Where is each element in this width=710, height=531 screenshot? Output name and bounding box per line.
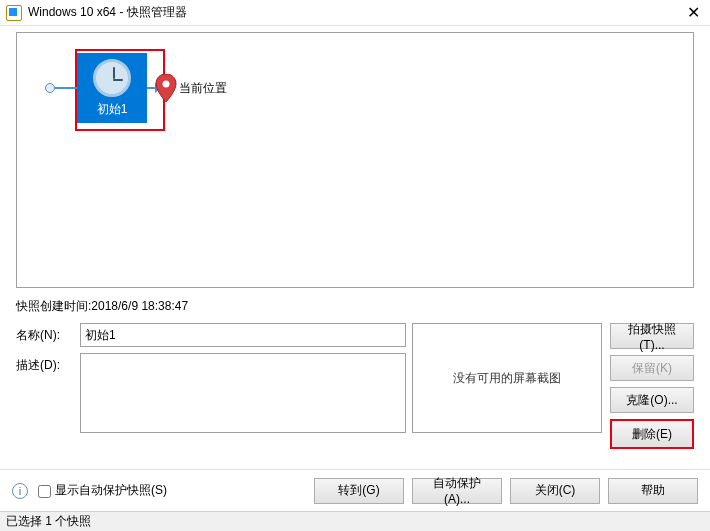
snapshot-manager-window: Windows 10 x64 - 快照管理器 ✕ 初始1 当前位置 快照创建 xyxy=(0,0,710,531)
delete-highlight: 删除(E) xyxy=(610,419,694,449)
screenshot-preview: 没有可用的屏幕截图 xyxy=(412,323,602,433)
name-label: 名称(N): xyxy=(16,323,80,344)
close-button[interactable]: 关闭(C) xyxy=(510,478,600,504)
description-textarea[interactable] xyxy=(80,353,406,433)
arrow-icon xyxy=(147,87,155,89)
goto-button[interactable]: 转到(G) xyxy=(314,478,404,504)
window-title: Windows 10 x64 - 快照管理器 xyxy=(28,4,666,21)
snapshot-tree[interactable]: 初始1 当前位置 xyxy=(16,32,694,288)
clock-icon xyxy=(93,59,131,97)
info-icon: i xyxy=(12,483,28,499)
status-bar: 已选择 1 个快照 xyxy=(0,511,710,531)
name-input[interactable] xyxy=(80,323,406,347)
delete-button[interactable]: 删除(E) xyxy=(612,421,692,447)
current-position-label: 当前位置 xyxy=(179,80,227,97)
created-time: 快照创建时间:2018/6/9 18:38:47 xyxy=(16,296,694,317)
help-button[interactable]: 帮助 xyxy=(608,478,698,504)
show-autoprotect-label: 显示自动保护快照(S) xyxy=(55,482,314,499)
show-autoprotect-checkbox[interactable] xyxy=(38,485,51,498)
close-icon[interactable]: ✕ xyxy=(666,3,706,22)
no-screenshot-text: 没有可用的屏幕截图 xyxy=(453,370,561,387)
bottom-bar: i 显示自动保护快照(S) 转到(G) 自动保护(A)... 关闭(C) 帮助 xyxy=(0,469,710,511)
vmware-icon xyxy=(6,5,22,21)
title-bar: Windows 10 x64 - 快照管理器 ✕ xyxy=(0,0,710,26)
keep-button: 保留(K) xyxy=(610,355,694,381)
snapshot-node-label: 初始1 xyxy=(97,101,128,118)
current-position-pin-icon[interactable] xyxy=(155,74,177,102)
autoprotect-button[interactable]: 自动保护(A)... xyxy=(412,478,502,504)
snapshot-node[interactable]: 初始1 xyxy=(77,53,147,123)
root-node[interactable] xyxy=(45,83,55,93)
clone-button[interactable]: 克隆(O)... xyxy=(610,387,694,413)
arrow-icon xyxy=(55,87,77,89)
status-text: 已选择 1 个快照 xyxy=(6,513,91,530)
take-snapshot-button[interactable]: 拍摄快照(T)... xyxy=(610,323,694,349)
svg-point-0 xyxy=(163,81,170,88)
description-label: 描述(D): xyxy=(16,353,80,374)
